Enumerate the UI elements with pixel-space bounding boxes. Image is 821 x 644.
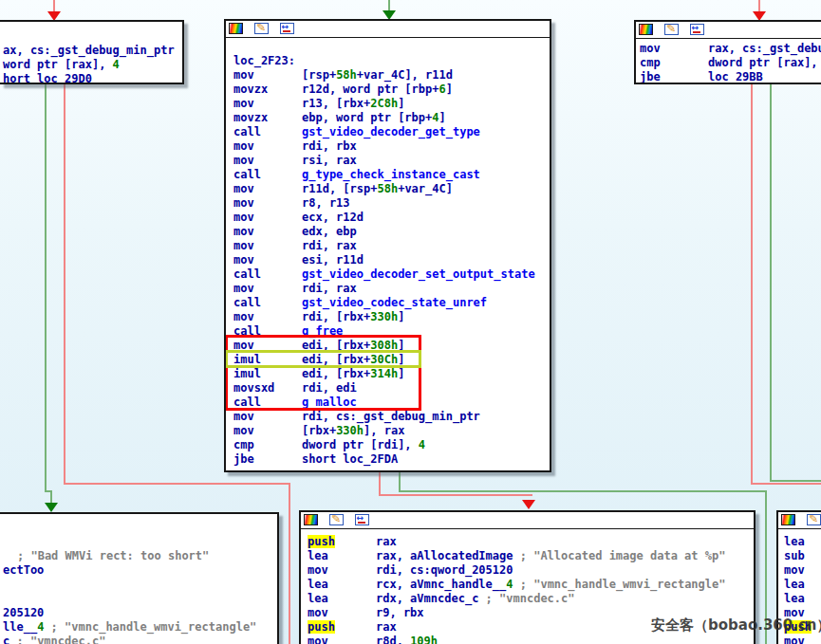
code-line[interactable]: ; "Bad WMVi rect: too short" bbox=[17, 549, 209, 563]
basic-block-top-right[interactable]: ✎ ↔ movrax, cs:_gst_debucmpdword ptr [ra… bbox=[634, 20, 821, 84]
mnemonic[interactable]: mov bbox=[233, 211, 302, 225]
mnemonic[interactable]: mov bbox=[233, 196, 302, 211]
mnemonic[interactable]: call bbox=[233, 296, 302, 310]
palette-icon[interactable] bbox=[229, 23, 243, 34]
group-icon[interactable]: ↔ bbox=[355, 514, 369, 525]
code-line[interactable]: c ; "vmncdec.c" bbox=[3, 635, 105, 644]
mnemonic[interactable]: mov bbox=[308, 606, 376, 620]
mnemonic[interactable]: lea bbox=[784, 592, 821, 606]
code-line[interactable]: leardx, aVmncdec_c ; "vmncdec.c" bbox=[308, 592, 575, 606]
palette-icon[interactable] bbox=[304, 514, 318, 525]
code-line[interactable]: movrdi, [rbx+330h] bbox=[233, 310, 404, 324]
graph-canvas[interactable]: ax, cs:_gst_debug_min_ptrword ptr [rax],… bbox=[0, 0, 821, 644]
mnemonic[interactable]: call bbox=[233, 168, 302, 182]
mnemonic[interactable]: lea bbox=[308, 578, 376, 592]
mnemonic[interactable]: movsxd bbox=[233, 381, 302, 396]
mnemonic[interactable]: imul bbox=[233, 353, 302, 367]
code-line[interactable]: movrdi, rax bbox=[233, 282, 357, 296]
code-line[interactable]: movecx, r12d bbox=[233, 211, 364, 225]
code-line[interactable]: movr8, r13 bbox=[233, 196, 350, 211]
code-line[interactable]: cmpdword ptr [rax], bbox=[640, 56, 818, 70]
code-line[interactable]: movr11d, [rsp+58h+var_4C] bbox=[233, 182, 453, 196]
code-line[interactable]: movzxebp, word ptr [rbp+4] bbox=[233, 111, 446, 125]
mnemonic[interactable]: push bbox=[308, 620, 376, 635]
mnemonic[interactable]: cmp bbox=[640, 56, 708, 70]
mnemonic[interactable]: mov bbox=[233, 424, 302, 438]
node-title-bar[interactable]: ✎ ↔ bbox=[636, 22, 821, 39]
code-line[interactable]: callg_malloc bbox=[233, 396, 357, 410]
mnemonic[interactable]: movzx bbox=[233, 83, 302, 97]
code-line[interactable]: movr8d, 109h bbox=[308, 635, 438, 644]
code-line[interactable]: jbeshort loc_2FDA bbox=[233, 452, 398, 467]
code-line[interactable]: ax, cs:_gst_debug_min_ptr bbox=[3, 44, 175, 58]
node-title-bar[interactable]: ✎ ↔ bbox=[301, 512, 754, 529]
code-line[interactable]: movrsi, rax bbox=[233, 154, 357, 168]
code-line[interactable]: callgst_video_decoder_set_output_state bbox=[233, 267, 535, 282]
code-line[interactable]: callgst_video_codec_state_unref bbox=[233, 296, 487, 310]
code-line[interactable]: lea bbox=[784, 578, 821, 592]
code-line[interactable]: learax, aAllocatedImage ; "Allocated ima… bbox=[308, 549, 725, 563]
mnemonic[interactable]: mov bbox=[784, 635, 821, 644]
code-line[interactable]: movrdi, rbx bbox=[233, 139, 357, 154]
palette-icon[interactable] bbox=[639, 24, 653, 35]
edit-icon[interactable]: ✎ bbox=[664, 24, 679, 35]
mnemonic[interactable]: mov bbox=[233, 97, 302, 111]
code-line[interactable]: movr9, rbx bbox=[308, 606, 424, 620]
mnemonic[interactable]: mov bbox=[233, 310, 302, 324]
code-line[interactable]: mov[rbx+330h], rax bbox=[233, 424, 404, 438]
code-line[interactable]: learcx, aVmnc_handle__4 ; "vmnc_handle_w… bbox=[308, 578, 726, 592]
palette-icon[interactable] bbox=[781, 514, 795, 525]
code-line[interactable]: movrax, cs:_gst_debu bbox=[640, 42, 821, 56]
edit-icon[interactable]: ✎ bbox=[329, 514, 344, 525]
code-line[interactable]: movrdi, cs:qword_205120 bbox=[308, 563, 513, 578]
basic-block-bottom-left[interactable]: ; "Bad WMVi rect: too short"ectToo205120… bbox=[0, 512, 279, 644]
code-line[interactable]: lea bbox=[784, 535, 821, 549]
mnemonic[interactable]: mov bbox=[640, 42, 708, 56]
mnemonic[interactable]: mov bbox=[233, 410, 302, 424]
mnemonic[interactable]: push bbox=[308, 535, 376, 549]
mnemonic[interactable]: call bbox=[233, 125, 302, 139]
mnemonic[interactable]: imul bbox=[233, 367, 302, 381]
code-line[interactable]: movrdi, cs:_gst_debug_min_ptr bbox=[233, 410, 480, 424]
group-icon[interactable]: ↔ bbox=[690, 24, 704, 35]
mnemonic[interactable]: mov bbox=[308, 563, 376, 578]
code-line[interactable]: cmpdword ptr [rdi], 4 bbox=[233, 438, 425, 452]
basic-block-top-left[interactable]: ax, cs:_gst_debug_min_ptrword ptr [rax],… bbox=[0, 20, 184, 84]
mnemonic[interactable]: call bbox=[233, 396, 302, 410]
mnemonic[interactable]: mov bbox=[308, 635, 376, 644]
code-line[interactable]: callg_free bbox=[233, 324, 343, 339]
code-line[interactable]: movedi, [rbx+308h] bbox=[233, 339, 404, 353]
mnemonic[interactable]: mov bbox=[784, 563, 821, 578]
code-line[interactable]: mov bbox=[784, 635, 821, 644]
edit-icon[interactable]: ✎ bbox=[254, 23, 269, 34]
mnemonic[interactable]: jbe bbox=[233, 452, 302, 467]
mnemonic[interactable]: mov bbox=[233, 239, 302, 253]
code-line[interactable]: ectToo bbox=[3, 563, 44, 578]
code-line[interactable]: jbeloc_29BB bbox=[640, 70, 763, 84]
mnemonic[interactable]: movzx bbox=[233, 111, 302, 125]
mnemonic[interactable]: mov bbox=[233, 154, 302, 168]
code-line[interactable]: sub bbox=[784, 549, 821, 563]
edit-icon[interactable]: ✎ bbox=[807, 514, 821, 525]
code-line[interactable]: movesi, r11d bbox=[233, 253, 364, 267]
node-title-bar[interactable]: ✎ ↔ bbox=[226, 21, 550, 38]
mnemonic[interactable]: lea bbox=[308, 592, 376, 606]
mnemonic[interactable]: mov bbox=[233, 253, 302, 267]
mnemonic[interactable]: lea bbox=[784, 535, 821, 549]
code-line[interactable]: movrdi, rax bbox=[233, 239, 357, 253]
code-line[interactable]: callgst_video_decoder_get_type bbox=[233, 125, 480, 139]
code-line[interactable]: movedx, ebp bbox=[233, 225, 357, 239]
code-line[interactable]: mov[rsp+58h+var_4C], r11d bbox=[233, 68, 453, 83]
code-line[interactable]: imuledi, [rbx+314h] bbox=[233, 367, 404, 381]
code-line[interactable]: movr13, [rbx+2C8h] bbox=[233, 97, 404, 111]
code-line[interactable]: imuledi, [rbx+30Ch] bbox=[233, 353, 404, 367]
code-line[interactable]: 205120 bbox=[3, 606, 44, 620]
mnemonic[interactable]: call bbox=[233, 267, 302, 282]
mnemonic[interactable]: sub bbox=[784, 549, 821, 563]
mnemonic[interactable]: cmp bbox=[233, 438, 302, 452]
code-line[interactable]: callg_type_check_instance_cast bbox=[233, 168, 480, 182]
mnemonic[interactable]: call bbox=[233, 324, 302, 339]
code-line[interactable]: word ptr [rax], 4 bbox=[3, 58, 120, 72]
mnemonic[interactable]: jbe bbox=[640, 70, 708, 84]
group-icon[interactable]: ↔ bbox=[280, 23, 294, 34]
